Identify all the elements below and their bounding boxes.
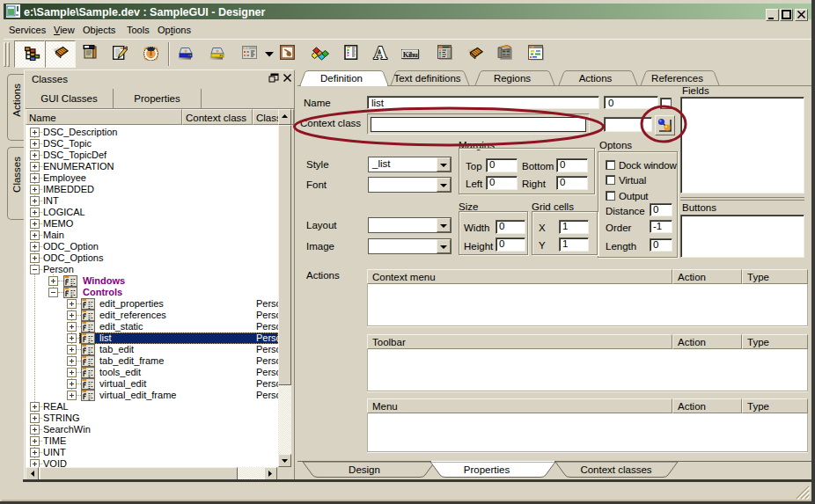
svg-text:Properties: Properties <box>464 464 510 475</box>
svg-text:Design: Design <box>349 464 380 475</box>
svg-text:Text definitions: Text definitions <box>393 73 460 84</box>
svg-text:Context classes: Context classes <box>580 464 651 475</box>
svg-text:Actions: Actions <box>579 73 613 84</box>
svg-text:Kihu: Kihu <box>403 50 418 59</box>
svg-text:A: A <box>373 44 387 61</box>
svg-text:Regions: Regions <box>494 73 531 84</box>
svg-text:Definition: Definition <box>320 73 363 84</box>
svg-text:References: References <box>651 73 703 84</box>
